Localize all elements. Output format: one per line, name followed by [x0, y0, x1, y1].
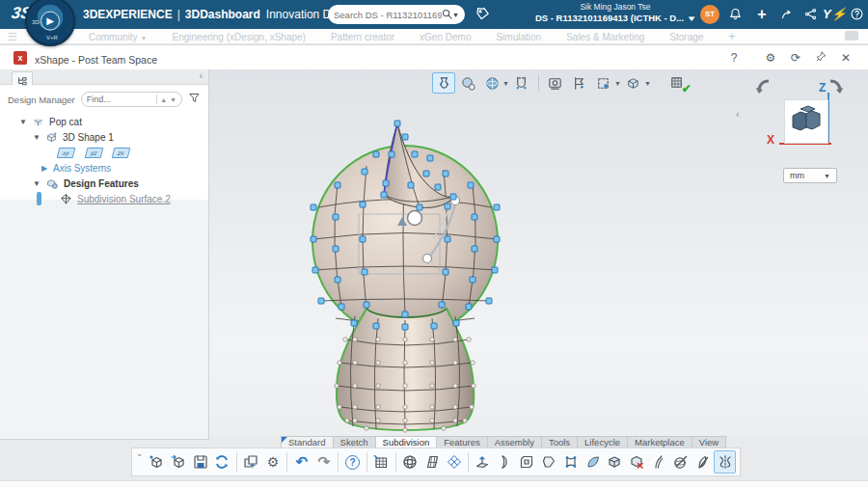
render-style-button[interactable] — [480, 72, 503, 94]
axis-systems-label[interactable]: Axis Systems — [53, 163, 111, 174]
design-features-label[interactable]: Design Features — [64, 178, 139, 189]
window-refresh-icon[interactable]: ⟳ — [787, 50, 804, 66]
tree-tab[interactable] — [12, 71, 33, 85]
panel-collapse-icon[interactable]: ‹ — [200, 70, 203, 81]
help-button[interactable]: ? — [341, 450, 364, 474]
snap-button[interactable] — [510, 72, 533, 94]
nav-tab-xgen-demo[interactable]: xGen Demo — [420, 32, 471, 42]
nav-tab-storage[interactable]: Storage — [669, 32, 703, 42]
project-curve-button[interactable] — [669, 450, 692, 474]
window-close-icon[interactable]: ✕ — [837, 50, 854, 66]
compass-vr-quadrant[interactable]: V+R — [46, 35, 58, 41]
user-avatar[interactable]: ST — [700, 5, 719, 24]
nav-tab-engineering[interactable]: Engineering (xDesign, xShape) — [173, 32, 306, 42]
selection-marquee-button[interactable] — [592, 72, 615, 94]
find-input[interactable] — [87, 95, 143, 104]
selection-caret-icon[interactable]: ▼ — [614, 80, 621, 87]
axis-expand-caret[interactable]: ▶ — [41, 164, 48, 173]
features-expand-caret[interactable]: ▼ — [33, 179, 41, 188]
pop-cat-model[interactable] — [222, 77, 762, 436]
validate-update-button[interactable]: ✔ — [666, 72, 690, 94]
view-cube[interactable] — [784, 99, 828, 144]
right-panel-collapse-icon[interactable]: ‹ — [736, 108, 740, 120]
nav-tab-sales-marketing[interactable]: Sales & Marketing — [566, 32, 644, 42]
shape-label[interactable]: 3D Shape 1 — [63, 132, 114, 143]
toolbar-collapse-chevron-icon[interactable]: ⌄ — [136, 448, 144, 458]
nav-tab-pattern-creator[interactable]: Pattern creator — [331, 32, 394, 42]
user-block[interactable]: Sik Ming Jason Tse DS - R1132101169413 (… — [529, 2, 702, 24]
find-box[interactable]: ▲ ▼ — [81, 92, 182, 107]
tree-node-design-features[interactable]: ▼ Design Features — [0, 176, 208, 191]
root-label[interactable]: Pop cat — [49, 117, 82, 127]
user-context[interactable]: DS - R1132101169413 (ICTHK - D... — [535, 13, 684, 23]
notifications-bell-icon[interactable] — [725, 5, 745, 24]
tree-node-subdivision[interactable]: Subdivision Surface.2 — [0, 191, 208, 206]
view-mode-cube-button[interactable] — [622, 72, 645, 94]
nav-tab-simulation[interactable]: Simulation — [496, 32, 541, 42]
add-content-icon[interactable]: + — [752, 5, 772, 24]
sphere-primitive-button[interactable] — [399, 450, 421, 474]
face-button[interactable] — [538, 450, 560, 474]
tree-node-root[interactable]: ▼ Pop cat — [0, 114, 208, 129]
undo-button[interactable]: ↶ — [290, 450, 312, 474]
rotate-left-icon[interactable] — [753, 77, 774, 100]
community-caret-icon[interactable]: ▼ — [141, 35, 148, 41]
align-surface-button[interactable] — [692, 450, 714, 474]
open-part-button[interactable] — [167, 450, 189, 474]
search-caret-icon[interactable]: ▼ — [452, 12, 459, 18]
window-settings-gear-icon[interactable]: ⚙ — [762, 50, 779, 66]
find-next-icon[interactable]: ▼ — [170, 96, 176, 103]
net-surface-button[interactable] — [443, 450, 465, 474]
find-prev-icon[interactable]: ▲ — [160, 96, 167, 103]
nav-tab-community[interactable]: Community▼ — [89, 32, 148, 42]
compass-3d-quadrant[interactable]: 3D — [32, 19, 40, 25]
window-pin-icon[interactable] — [812, 50, 829, 66]
sectioning-button[interactable] — [568, 72, 591, 94]
hamburger-menu-icon[interactable]: ☰ — [8, 31, 17, 43]
manage-data-button[interactable] — [240, 450, 262, 474]
tag-icon[interactable] — [475, 6, 492, 23]
chat-bubble-icon[interactable] — [845, 31, 858, 41]
new-part-button[interactable] — [146, 450, 168, 474]
open-in-icon[interactable] — [777, 5, 797, 24]
compass-play-icon[interactable]: ▶ — [41, 12, 60, 31]
fill-surface-button[interactable] — [582, 450, 604, 474]
help-icon[interactable] — [847, 5, 866, 24]
delete-face-button[interactable] — [626, 450, 648, 474]
units-dropdown[interactable]: mm ▼ — [783, 168, 837, 183]
options-gear-icon[interactable]: ⚙ — [262, 450, 285, 474]
bridge-button[interactable] — [559, 450, 582, 474]
add-tab-button[interactable]: + — [728, 30, 735, 43]
3d-viewport[interactable]: ▼ ▼ ▼ ✔ ‹ — [209, 69, 868, 436]
shading-mode-button[interactable] — [456, 72, 479, 94]
root-expand-caret[interactable]: ▼ — [19, 118, 27, 126]
user-caret-icon[interactable]: ▼ — [687, 14, 697, 24]
plane-xy-icon[interactable]: xy — [57, 148, 75, 158]
save-button[interactable] — [189, 450, 211, 474]
view-mode-caret-icon[interactable]: ▼ — [644, 80, 651, 87]
symmetry-button[interactable] — [714, 450, 736, 474]
search-icon[interactable] — [442, 9, 452, 21]
surface-patch-button[interactable] — [370, 450, 393, 474]
modify-pull-button[interactable] — [472, 450, 494, 474]
frame-loop-button[interactable] — [516, 450, 538, 474]
plane-zx-icon[interactable]: zx — [112, 148, 130, 158]
save-sync-button[interactable] — [211, 450, 233, 474]
global-search[interactable]: ▼ — [328, 5, 465, 24]
render-style-caret-icon[interactable]: ▼ — [502, 80, 509, 87]
window-help-icon[interactable]: ? — [725, 50, 743, 66]
shell-button[interactable] — [604, 450, 626, 474]
shape-expand-caret[interactable]: ▼ — [33, 133, 41, 142]
redo-button[interactable]: ↷ — [312, 450, 335, 474]
search-input[interactable] — [334, 10, 442, 20]
tree-node-shape[interactable]: ▼ 3D Shape 1 — [0, 129, 208, 145]
swym-icon[interactable]: Y⚡ — [823, 5, 842, 24]
bend-surface-button[interactable] — [494, 450, 516, 474]
tree-node-axis-systems[interactable]: ▶ Axis Systems — [0, 160, 208, 176]
subdivision-label[interactable]: Subdivision Surface.2 — [77, 194, 171, 204]
split-curve-button[interactable] — [648, 450, 670, 474]
subdivision-display-button[interactable] — [432, 72, 455, 94]
plane-primitive-button[interactable] — [420, 450, 443, 474]
capture-button[interactable] — [544, 72, 567, 94]
share-icon[interactable] — [800, 5, 820, 24]
